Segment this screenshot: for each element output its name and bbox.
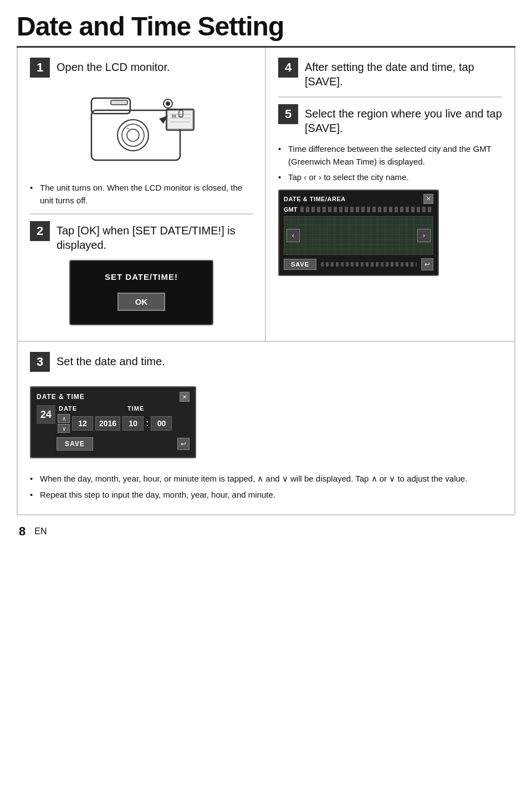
- step3-header: 3 Set the date and time.: [30, 352, 502, 372]
- step1-header: 1 Open the LCD monitor.: [30, 58, 253, 78]
- cell-steps-4-5: 4 After setting the date and time, tap […: [266, 48, 514, 342]
- set-datetime-title: SET DATE/TIME!: [87, 272, 196, 282]
- step3-number: 3: [30, 352, 50, 372]
- step4-instruction: After setting the date and time, tap [SA…: [305, 58, 502, 89]
- time-colon: :: [146, 418, 149, 428]
- svg-point-12: [166, 101, 170, 106]
- datetime-widget-footer: SAVE ↩: [37, 437, 190, 451]
- datetime-widget-header: DATE & TIME ✕: [37, 392, 190, 402]
- step2-number: 2: [30, 221, 50, 241]
- hour-field[interactable]: 10: [122, 416, 144, 431]
- datetime-close-button[interactable]: ✕: [180, 392, 190, 402]
- svg-rect-13: [111, 100, 127, 105]
- page-number: 8: [19, 524, 25, 539]
- step4-number: 4: [278, 58, 298, 78]
- step1-instruction: Open the LCD monitor.: [57, 58, 170, 74]
- svg-point-4: [127, 129, 139, 141]
- area-right-button[interactable]: ›: [417, 229, 431, 242]
- datetime-day-field[interactable]: 24: [37, 405, 55, 424]
- area-nav: ‹ ›: [287, 229, 431, 242]
- step5-number: 5: [278, 104, 298, 124]
- area-map: ‹ ›: [284, 216, 433, 255]
- step3-bullet-2: Repeat this step to input the day, month…: [30, 489, 502, 502]
- cell-steps-1-2: 1 Open the LCD monitor.: [18, 48, 266, 342]
- year-field[interactable]: 2016: [95, 416, 120, 431]
- step3-bullets: When the day, month, year, hour, or minu…: [30, 473, 502, 504]
- step3-bullet-1: When the day, month, year, hour, or minu…: [30, 473, 502, 485]
- cell-step3: 3 Set the date and time. DATE & TIME ✕ 2…: [18, 342, 514, 515]
- step1-bullets: The unit turns on. When the LCD monitor …: [30, 182, 253, 207]
- area-widget: DATE & TIME/AREA ✕ GMT ‹ › SAVE ↩: [278, 190, 439, 276]
- step2-header: 2 Tap [OK] when [SET DATE/TIME!] is disp…: [30, 221, 253, 252]
- date-label: DATE: [59, 405, 125, 412]
- step5-bullet-2: Tap ‹ or › to select the city name.: [278, 171, 502, 184]
- month-field[interactable]: 12: [72, 416, 93, 431]
- set-datetime-dialog: SET DATE/TIME! OK: [69, 260, 213, 325]
- step3-inner: 3 Set the date and time. DATE & TIME ✕ 2…: [30, 352, 502, 504]
- page-footer: 8 EN: [17, 524, 515, 539]
- area-back-button[interactable]: ↩: [421, 258, 433, 270]
- main-grid: 1 Open the LCD monitor.: [17, 48, 515, 515]
- step5-bullets: Time difference between the selected cit…: [278, 143, 502, 184]
- svg-rect-14: [172, 115, 176, 117]
- area-close-button[interactable]: ✕: [423, 194, 433, 204]
- step5-instruction: Select the region where you live and tap…: [305, 104, 502, 135]
- step5-header: 5 Select the region where you live and t…: [278, 104, 502, 135]
- datetime-arrows: ∧ ∨: [58, 414, 70, 433]
- area-widget-footer: SAVE ↩: [284, 258, 433, 270]
- step1-bullet-1: The unit turns on. When the LCD monitor …: [30, 182, 253, 207]
- datetime-widget-title: DATE & TIME: [37, 393, 85, 401]
- datetime-widget: DATE & TIME ✕ 24 DATE TIME: [30, 386, 196, 458]
- down-arrow-button[interactable]: ∨: [58, 424, 70, 433]
- up-arrow-button[interactable]: ∧: [58, 414, 70, 423]
- time-label: TIME: [127, 405, 172, 412]
- page-title: Date and Time Setting: [17, 11, 515, 42]
- minute-field[interactable]: 00: [151, 416, 172, 431]
- steps-4-5-divider: [278, 96, 502, 98]
- step3-instruction: Set the date and time.: [57, 352, 165, 369]
- area-gmt-row: GMT: [284, 206, 433, 213]
- svg-point-3: [122, 124, 144, 146]
- area-left-button[interactable]: ‹: [287, 229, 300, 242]
- datetime-save-button[interactable]: SAVE: [57, 437, 93, 451]
- ok-button[interactable]: OK: [117, 293, 166, 311]
- step1-number: 1: [30, 58, 50, 78]
- camera-svg: [80, 88, 202, 171]
- area-footer-dots: [321, 262, 417, 267]
- page-language: EN: [34, 526, 47, 536]
- area-widget-header: DATE & TIME/AREA ✕: [284, 194, 433, 204]
- step2-instruction: Tap [OK] when [SET DATE/TIME!] is displa…: [57, 221, 253, 252]
- area-gmt-dots: [300, 207, 433, 212]
- camera-illustration: [30, 85, 253, 174]
- svg-rect-6: [167, 110, 193, 129]
- datetime-back-button[interactable]: ↩: [177, 438, 190, 450]
- area-widget-title: DATE & TIME/AREA: [284, 196, 346, 202]
- area-save-button[interactable]: SAVE: [284, 259, 316, 270]
- area-gmt-label: GMT: [284, 206, 297, 213]
- steps-1-2-divider: [30, 213, 253, 214]
- step4-header: 4 After setting the date and time, tap […: [278, 58, 502, 89]
- step5-bullet-1: Time difference between the selected cit…: [278, 143, 502, 168]
